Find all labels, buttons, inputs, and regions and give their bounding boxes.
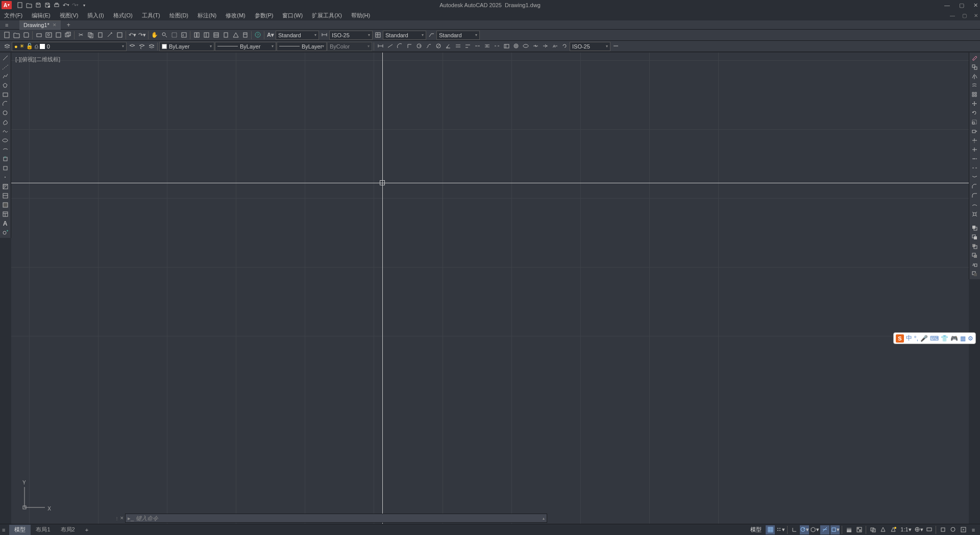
minimize-button[interactable]: — (944, 2, 950, 9)
menu-draw[interactable]: 绘图(D) (169, 12, 188, 19)
open-icon[interactable] (25, 1, 33, 9)
workspace-switch-icon[interactable]: ▾ (914, 525, 923, 534)
mleader-style-dropdown[interactable]: Standard▾ (436, 31, 480, 40)
sheet-set-icon[interactable] (221, 31, 230, 40)
polar-toggle-icon[interactable]: ▾ (800, 525, 809, 534)
send-under-icon[interactable] (969, 251, 979, 260)
add-selected-icon[interactable] (0, 228, 10, 237)
model-space-label[interactable]: 模型 (747, 525, 765, 534)
arc-icon[interactable] (0, 100, 10, 108)
open-file-icon[interactable] (12, 31, 21, 40)
isolate-icon[interactable] (938, 525, 947, 534)
rotate-icon[interactable] (969, 109, 979, 117)
dim-baseline-icon[interactable] (463, 42, 472, 51)
menu-insert[interactable]: 插入(I) (87, 12, 104, 19)
drawing-canvas[interactable]: [-][俯视][二维线框] Y X (11, 53, 969, 524)
ime-lang-icon[interactable]: 中 (906, 334, 912, 343)
new-icon[interactable] (16, 1, 24, 9)
command-line-handle[interactable]: ⋮ ✕ 🔧 (115, 514, 125, 523)
layout1-tab[interactable]: 布局1 (31, 525, 55, 535)
chamfer-icon[interactable] (969, 182, 979, 191)
linetype-dropdown[interactable]: ByLayer▾ (215, 42, 276, 51)
gradient-icon[interactable] (0, 191, 10, 200)
rectangle-icon[interactable] (0, 90, 10, 99)
file-tab-drawing1[interactable]: Drawing1* ✕ (19, 20, 61, 30)
save-icon[interactable] (34, 1, 42, 9)
zoom-realtime-icon[interactable] (160, 31, 169, 40)
construction-line-icon[interactable] (0, 63, 10, 71)
color-dropdown[interactable]: ByLayer▾ (159, 42, 214, 51)
print-icon[interactable] (53, 1, 61, 9)
cut-icon[interactable]: ✂ (76, 31, 85, 40)
isodraft-icon[interactable]: ▾ (810, 525, 819, 534)
line-icon[interactable] (0, 54, 10, 62)
child-close-button[interactable]: ✕ (974, 13, 978, 18)
undo-btn-icon[interactable]: ↶▾ (128, 31, 137, 40)
menu-file[interactable]: 文件(F) (4, 12, 22, 19)
child-minimize-button[interactable]: — (950, 13, 955, 18)
ime-settings-icon[interactable]: ⚙ (968, 335, 973, 342)
table-style-icon[interactable] (373, 31, 382, 40)
hatch-icon[interactable] (0, 182, 10, 191)
redo-btn-icon[interactable]: ↷▾ (137, 31, 146, 40)
layer-states-icon[interactable] (146, 42, 156, 51)
menu-express[interactable]: 扩展工具(X) (312, 12, 342, 19)
mleader-style-icon[interactable] (427, 31, 436, 40)
ortho-toggle-icon[interactable] (790, 525, 799, 534)
annotation-monitor-icon[interactable] (924, 525, 934, 534)
copy-icon[interactable] (86, 31, 95, 40)
zoom-window-icon[interactable] (169, 31, 179, 40)
spline-icon[interactable] (0, 127, 10, 136)
bring-front-icon[interactable] (969, 224, 979, 232)
menu-tools[interactable]: 工具(T) (142, 12, 160, 19)
command-history-icon[interactable]: ▴ (543, 516, 545, 521)
batch-plot-icon[interactable] (63, 31, 72, 40)
command-line[interactable]: ▸_ 键入命令 ▴ (125, 514, 547, 523)
lineweight-dropdown[interactable]: ByLayer▾ (277, 42, 327, 51)
tolerance-icon[interactable] (502, 42, 511, 51)
hardware-accel-icon[interactable] (948, 525, 958, 534)
design-center-icon[interactable] (202, 31, 211, 40)
redo-icon[interactable]: ↷▾ (71, 1, 79, 9)
dim-radius-icon[interactable] (414, 42, 424, 51)
ime-keyboard-icon[interactable]: ⌨ (930, 335, 939, 342)
dim-linear-icon[interactable] (376, 42, 385, 51)
annotation-scale-icon[interactable] (878, 525, 888, 534)
stretch-icon[interactable] (969, 127, 979, 136)
undo-icon[interactable]: ↶▾ (62, 1, 70, 9)
close-button[interactable]: ✕ (973, 2, 978, 9)
region-icon[interactable] (0, 201, 10, 209)
text-front-icon[interactable]: A (969, 260, 979, 269)
menu-edit[interactable]: 编辑(E) (32, 12, 51, 19)
dim-space-icon[interactable] (482, 42, 492, 51)
center-mark-icon[interactable] (511, 42, 521, 51)
block-editor-icon[interactable] (115, 31, 124, 40)
explode-icon[interactable] (969, 210, 979, 218)
dim-break-icon[interactable] (492, 42, 501, 51)
match-properties-icon[interactable] (105, 31, 114, 40)
autosnap-icon[interactable] (820, 525, 829, 534)
app-menu-button[interactable]: A▾ (2, 1, 12, 9)
trim-icon[interactable] (969, 136, 979, 145)
ime-voice-icon[interactable]: 🎤 (920, 335, 928, 342)
hatch-back-icon[interactable] (969, 270, 979, 278)
plotstyle-dropdown[interactable]: ByColor▾ (327, 42, 372, 51)
layer-properties-icon[interactable] (2, 42, 11, 51)
dim-quick-icon[interactable] (453, 42, 462, 51)
dim-jogged-icon[interactable] (424, 42, 433, 51)
dim-style-dropdown[interactable]: ISO-25▾ (329, 31, 373, 40)
table-style-dropdown[interactable]: Standard▾ (383, 31, 426, 40)
erase-icon[interactable] (969, 54, 979, 62)
dim-edit-icon[interactable] (541, 42, 550, 51)
mtext-icon[interactable]: A (0, 219, 10, 228)
zoom-previous-icon[interactable] (179, 31, 188, 40)
dim-tedit-icon[interactable]: A (550, 42, 559, 51)
dim-update-icon[interactable] (560, 42, 569, 51)
dimension-icon[interactable] (320, 31, 329, 40)
qat-dropdown-icon[interactable]: ▾ (80, 1, 88, 9)
ellipse-icon[interactable] (0, 136, 10, 145)
polyline-icon[interactable] (0, 72, 10, 81)
viewport-label[interactable]: [-][俯视][二维线框] (15, 56, 60, 63)
scale-icon[interactable] (969, 118, 979, 127)
array-icon[interactable] (969, 90, 979, 99)
